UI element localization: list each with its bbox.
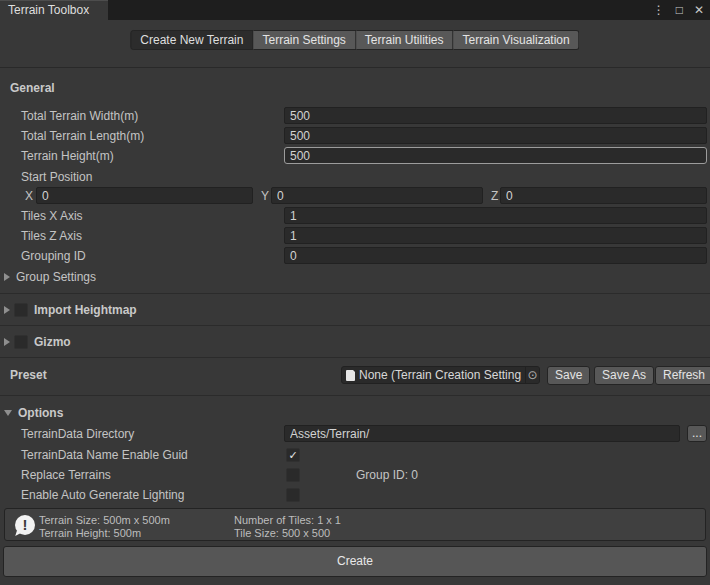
tiles-z-input[interactable] [284,227,707,244]
start-position-xyz-row: X Y Z [0,187,710,205]
gizmo-foldout[interactable]: Gizmo [0,333,710,351]
group-id-text: Group ID: 0 [356,468,418,482]
terrain-height-row: Terrain Height(m) [0,147,710,165]
terrain-height-text: Terrain Height: 500m [39,527,170,540]
terrain-size-text: Terrain Size: 500m x 500m [39,514,170,527]
tab-terrain-visualization[interactable]: Terrain Visualization [454,30,580,50]
tab-create-new-terrain[interactable]: Create New Terrain [130,30,253,50]
preset-object-value: None (Terrain Creation Setting [359,368,525,382]
terrain-length-row: Total Terrain Length(m) [0,127,710,145]
info-icon: ! [15,515,35,535]
terrain-width-label: Total Terrain Width(m) [21,109,138,123]
window-controls: ⋮ □ ✕ [653,0,704,20]
replace-terrains-label: Replace Terrains [21,468,111,482]
tiles-z-label: Tiles Z Axis [21,229,82,243]
gizmo-checkbox[interactable] [14,335,28,349]
axis-z-label: Z [491,189,498,203]
close-icon[interactable]: ✕ [694,0,704,20]
maximize-icon[interactable]: □ [676,0,683,20]
terraindata-directory-row: TerrainData Directory ... [0,425,710,443]
tile-size-text: Tile Size: 500 x 500 [234,527,341,540]
preset-asset-icon [346,370,355,381]
number-of-tiles-text: Number of Tiles: 1 x 1 [234,514,341,527]
options-header: Options [18,406,63,420]
terrain-width-row: Total Terrain Width(m) [0,107,710,125]
preset-row: Preset None (Terrain Creation Setting ⊙ … [0,366,710,385]
tiles-x-input[interactable] [284,207,707,224]
window-title: Terrain Toolbox [8,3,89,17]
refresh-button[interactable]: Refresh [655,366,710,385]
foldout-arrow-icon [4,273,10,281]
info-column-sizes: Terrain Size: 500m x 500m Terrain Height… [39,514,170,540]
save-as-button[interactable]: Save As [594,366,654,385]
group-settings-label: Group Settings [16,270,96,284]
browse-button[interactable]: ... [687,425,707,442]
axis-z-input[interactable] [500,187,707,204]
start-position-row: Start Position [0,168,710,186]
replace-terrains-checkbox[interactable] [286,468,300,482]
name-enable-guid-label: TerrainData Name Enable Guid [21,448,188,462]
terrain-height-input[interactable] [284,147,707,164]
terrain-height-label: Terrain Height(m) [21,149,114,163]
toolbar: Create New Terrain Terrain Settings Terr… [0,20,710,68]
window-tab[interactable]: Terrain Toolbox [0,0,108,20]
name-enable-guid-checkbox[interactable]: ✓ [286,448,300,462]
terrain-length-input[interactable] [284,127,707,144]
gizmo-label: Gizmo [34,335,71,349]
axis-x-input[interactable] [36,187,253,204]
axis-y-label: Y [261,189,269,203]
replace-terrains-row: Replace Terrains Group ID: 0 [0,466,710,484]
grouping-id-input[interactable] [284,247,707,264]
terrain-toolbox-window: Terrain Toolbox ⋮ □ ✕ Create New Terrain… [0,0,710,585]
tiles-x-row: Tiles X Axis [0,207,710,225]
title-bar: Terrain Toolbox ⋮ □ ✕ [0,0,710,20]
divider [0,325,710,326]
terraindata-directory-input[interactable] [284,425,680,442]
terrain-length-label: Total Terrain Length(m) [21,129,144,143]
auto-generate-lighting-row: Enable Auto Generate Lighting [0,486,710,504]
tab-group: Create New Terrain Terrain Settings Terr… [130,30,579,50]
tiles-x-label: Tiles X Axis [21,209,83,223]
general-header-row: General [0,79,710,97]
import-heightmap-foldout[interactable]: Import Heightmap [0,301,710,319]
tiles-z-row: Tiles Z Axis [0,227,710,245]
info-column-tiles: Number of Tiles: 1 x 1 Tile Size: 500 x … [234,514,341,540]
preset-object-field[interactable]: None (Terrain Creation Setting ⊙ [341,366,540,384]
tab-terrain-utilities[interactable]: Terrain Utilities [356,30,454,50]
tab-terrain-settings[interactable]: Terrain Settings [253,30,355,50]
divider [0,395,710,396]
save-button[interactable]: Save [547,366,590,385]
preset-label: Preset [10,368,47,382]
grouping-id-label: Grouping ID [21,249,86,263]
check-icon: ✓ [288,449,297,461]
divider [0,357,710,358]
terraindata-directory-label: TerrainData Directory [21,427,134,441]
terrain-info-box: ! Terrain Size: 500m x 500m Terrain Heig… [4,508,706,541]
auto-generate-lighting-label: Enable Auto Generate Lighting [21,488,184,502]
object-picker-icon[interactable]: ⊙ [525,367,539,383]
divider [0,293,710,294]
import-heightmap-checkbox[interactable] [14,303,28,317]
menu-icon[interactable]: ⋮ [653,0,665,20]
grouping-id-row: Grouping ID [0,247,710,265]
group-settings-foldout[interactable]: Group Settings [0,268,710,286]
terrain-width-input[interactable] [284,107,707,124]
foldout-arrow-icon [4,338,10,346]
start-position-label: Start Position [21,170,92,184]
axis-x-label: X [25,189,33,203]
create-button[interactable]: Create [3,546,707,577]
name-enable-guid-row: TerrainData Name Enable Guid ✓ [0,446,710,464]
foldout-arrow-expanded-icon [4,410,12,416]
general-header: General [10,81,55,95]
foldout-arrow-icon [4,306,10,314]
auto-generate-lighting-checkbox[interactable] [286,488,300,502]
options-foldout[interactable]: Options [0,404,710,422]
axis-y-input[interactable] [271,187,483,204]
import-heightmap-label: Import Heightmap [34,303,137,317]
